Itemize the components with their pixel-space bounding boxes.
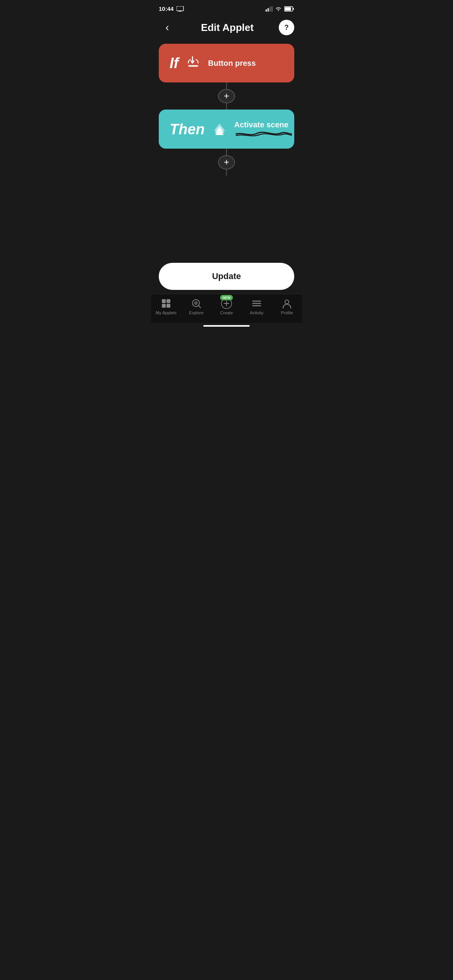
nav-item-activity[interactable]: Activity <box>242 298 272 315</box>
battery-icon <box>284 6 294 12</box>
nav-label-activity: Activity <box>250 310 264 315</box>
wifi-icon <box>275 6 282 12</box>
nav-item-my-applets[interactable]: My Applets <box>151 298 181 315</box>
svg-rect-12 <box>188 65 198 67</box>
status-bar: 10:44 <box>151 0 302 15</box>
svg-rect-7 <box>271 6 273 12</box>
update-button[interactable]: Update <box>159 263 294 290</box>
profile-icon <box>281 298 292 309</box>
status-time: 10:44 <box>159 5 173 12</box>
svg-rect-4 <box>266 9 267 12</box>
update-section: Update <box>151 255 302 294</box>
help-button[interactable]: ? <box>279 20 294 35</box>
button-press-icon <box>185 55 202 72</box>
page-title: Edit Applet <box>201 22 254 34</box>
svg-line-22 <box>199 306 201 308</box>
applets-icon <box>161 298 172 309</box>
back-arrow-icon: ‹ <box>165 21 169 34</box>
create-icon: NEW <box>221 298 232 309</box>
action-text: Activate scene <box>234 120 292 129</box>
signal-icon <box>266 6 273 12</box>
svg-rect-10 <box>285 7 291 10</box>
then-text-container: Activate scene <box>234 120 292 138</box>
svg-rect-5 <box>268 8 269 12</box>
add-action-button-2[interactable]: + <box>218 155 235 170</box>
connector-2: + <box>218 149 235 176</box>
new-badge: NEW <box>220 295 233 300</box>
svg-point-21 <box>195 302 197 304</box>
add-action-button-1[interactable]: + <box>218 89 235 103</box>
svg-rect-19 <box>166 304 170 308</box>
connector-line-bottom <box>226 103 227 110</box>
activity-icon <box>251 298 262 309</box>
nav-label-profile: Profile <box>281 310 293 315</box>
explore-icon <box>191 298 202 309</box>
connector-1: + <box>218 82 235 110</box>
connector-line-top-2 <box>226 149 227 155</box>
svg-rect-16 <box>162 299 166 303</box>
svg-rect-17 <box>166 299 170 303</box>
trigger-text: Button press <box>208 59 256 68</box>
then-label: Then <box>170 122 205 137</box>
header: ‹ Edit Applet ? <box>151 15 302 44</box>
home-indicator <box>203 325 250 327</box>
svg-rect-18 <box>162 304 166 308</box>
help-label: ? <box>285 24 289 32</box>
status-left: 10:44 <box>159 5 184 12</box>
then-action-block[interactable]: Then Activate scene <box>159 110 294 149</box>
scribble-decoration <box>234 130 292 138</box>
add-icon-1: + <box>224 91 229 101</box>
nav-label-create: Create <box>220 310 233 315</box>
svg-point-8 <box>278 10 279 11</box>
if-label: If <box>170 56 178 70</box>
main-content: If Button press + Then <box>151 44 302 255</box>
nav-item-explore[interactable]: Explore <box>181 298 211 315</box>
svg-rect-6 <box>269 7 271 12</box>
svg-rect-0 <box>177 6 184 11</box>
screen-icon <box>177 6 184 12</box>
nav-item-profile[interactable]: Profile <box>272 298 302 315</box>
svg-point-29 <box>285 300 289 304</box>
connector-line-top <box>226 82 227 89</box>
if-trigger-block[interactable]: If Button press <box>159 44 294 82</box>
back-button[interactable]: ‹ <box>159 19 176 36</box>
nav-item-create[interactable]: NEW Create <box>211 298 242 315</box>
home-scene-icon <box>211 121 228 138</box>
add-icon-2: + <box>224 158 229 167</box>
nav-label-explore: Explore <box>189 310 203 315</box>
nav-label-my-applets: My Applets <box>156 310 177 315</box>
status-right <box>266 6 294 12</box>
connector-line-bottom-2 <box>226 170 227 176</box>
bottom-nav: My Applets Explore NEW Create <box>151 294 302 323</box>
svg-rect-11 <box>293 8 294 10</box>
